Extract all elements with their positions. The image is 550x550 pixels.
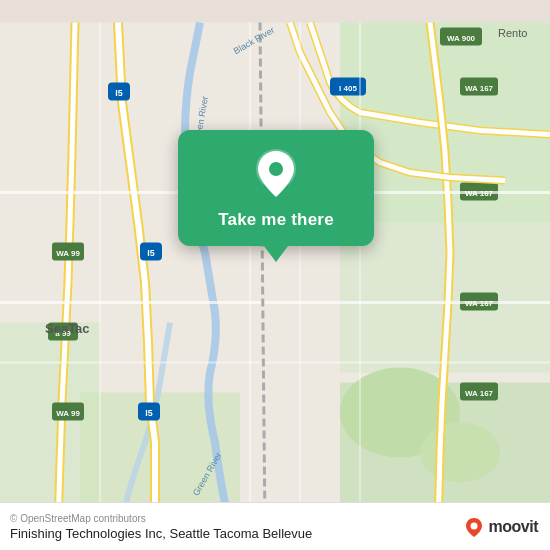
take-me-there-button[interactable]: Take me there: [218, 210, 334, 230]
svg-text:I5: I5: [147, 248, 155, 258]
svg-text:WA 167: WA 167: [465, 84, 494, 93]
moovit-icon: [463, 516, 485, 538]
bottom-info: © OpenStreetMap contributors Finishing T…: [10, 513, 312, 541]
svg-text:I 405: I 405: [339, 84, 357, 93]
location-pin-icon: [252, 147, 300, 201]
svg-text:WA 167: WA 167: [465, 389, 494, 398]
location-icon-wrapper: [250, 148, 302, 200]
svg-text:Rento: Rento: [498, 27, 527, 39]
location-name: Finishing Technologies Inc, Seattle Taco…: [10, 526, 312, 541]
svg-text:SeaTac: SeaTac: [45, 321, 90, 336]
svg-point-48: [470, 522, 477, 529]
bottom-bar: © OpenStreetMap contributors Finishing T…: [0, 502, 550, 550]
svg-text:I5: I5: [115, 88, 123, 98]
popup-card: Take me there: [178, 130, 374, 246]
svg-point-47: [269, 162, 283, 176]
attribution-text: © OpenStreetMap contributors: [10, 513, 312, 524]
svg-text:WA 900: WA 900: [447, 34, 476, 43]
svg-text:WA 99: WA 99: [56, 249, 80, 258]
svg-text:WA 99: WA 99: [56, 409, 80, 418]
map-container: I5 I5 I5 WA 99 a 99 WA 99 WA 900 WA 167 …: [0, 0, 550, 550]
map-background: I5 I5 I5 WA 99 a 99 WA 99 WA 900 WA 167 …: [0, 0, 550, 550]
svg-point-7: [420, 423, 500, 483]
svg-text:I5: I5: [145, 408, 153, 418]
moovit-logo[interactable]: moovit: [463, 516, 538, 538]
moovit-text: moovit: [489, 518, 538, 536]
